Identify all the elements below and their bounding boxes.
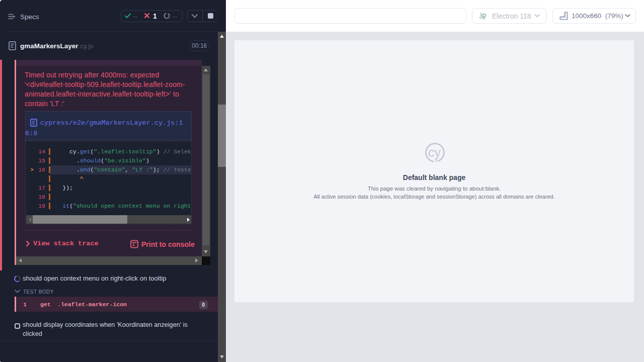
svg-text:cy: cy [428,145,441,159]
